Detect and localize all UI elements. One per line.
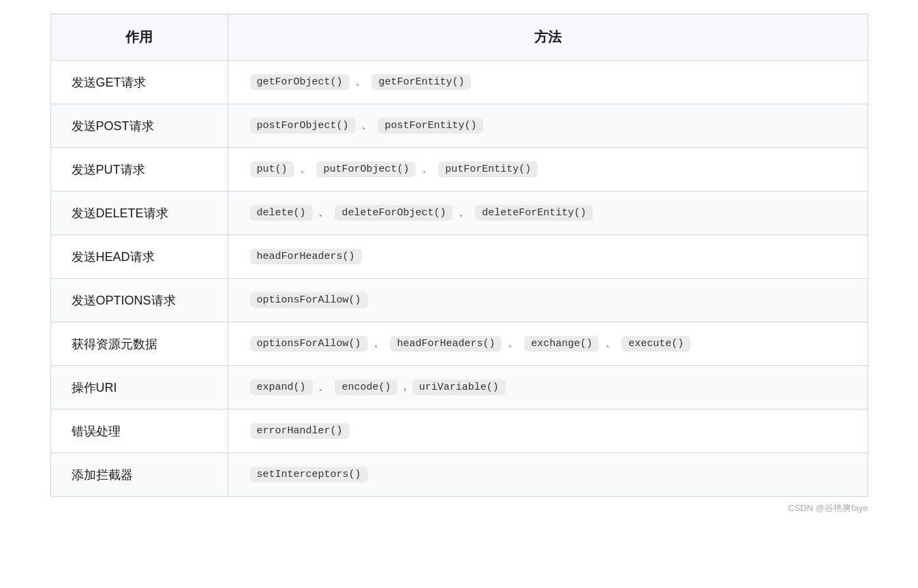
table-row: 操作URIexpand() 、 encode() , uriVariable() bbox=[50, 366, 868, 409]
method-tag: putForObject() bbox=[316, 161, 416, 177]
method-cell: put() 、 putForObject() 、 putForEntity() bbox=[228, 148, 868, 191]
method-cell: delete() 、 deleteForObject() 、 deleteFor… bbox=[228, 191, 868, 235]
method-tag: optionsForAllow() bbox=[250, 292, 368, 308]
main-table: 作用 方法 发送GET请求getForObject() 、 getForEnti… bbox=[50, 14, 868, 497]
method-tag: setInterceptors() bbox=[250, 467, 368, 482]
separator: 、 bbox=[352, 75, 369, 87]
page-wrapper: 作用 方法 发送GET请求getForObject() 、 getForEnti… bbox=[50, 14, 868, 514]
method-tag: postForObject() bbox=[250, 118, 356, 134]
method-cell: headForHeaders() bbox=[228, 235, 868, 279]
action-cell: 操作URI bbox=[50, 366, 228, 409]
method-tag: errorHandler() bbox=[250, 423, 350, 439]
separator: 、 bbox=[316, 206, 333, 217]
table-row: 发送OPTIONS请求optionsForAllow() bbox=[50, 279, 868, 322]
method-tag: exchange() bbox=[524, 336, 599, 352]
method-cell: expand() 、 encode() , uriVariable() bbox=[228, 366, 868, 409]
table-row: 发送PUT请求put() 、 putForObject() 、 putForEn… bbox=[50, 148, 868, 191]
separator: 、 bbox=[358, 119, 376, 130]
table-row: 添加拦截器setInterceptors() bbox=[50, 453, 868, 497]
method-tag: headForHeaders() bbox=[250, 249, 362, 264]
method-tag: execute() bbox=[622, 336, 690, 352]
separator: , bbox=[400, 380, 409, 392]
method-tag: put() bbox=[250, 161, 294, 177]
table-header-row: 作用 方法 bbox=[50, 14, 868, 61]
action-cell: 发送PUT请求 bbox=[50, 148, 228, 191]
method-cell: getForObject() 、 getForEntity() bbox=[228, 61, 868, 104]
action-cell: 发送GET请求 bbox=[50, 61, 228, 104]
method-cell: errorHandler() bbox=[228, 409, 868, 453]
action-cell: 发送DELETE请求 bbox=[50, 191, 228, 235]
separator: 、 bbox=[316, 380, 333, 392]
method-cell: setInterceptors() bbox=[228, 453, 868, 497]
table-row: 发送DELETE请求delete() 、 deleteForObject() 、… bbox=[50, 191, 868, 235]
action-cell: 发送OPTIONS请求 bbox=[50, 279, 228, 322]
method-tag: headForHeaders() bbox=[390, 336, 502, 352]
action-cell: 发送HEAD请求 bbox=[50, 235, 228, 279]
method-cell: optionsForAllow() 、 headForHeaders() 、 e… bbox=[228, 322, 868, 366]
method-tag: delete() bbox=[250, 205, 313, 221]
header-method: 方法 bbox=[228, 14, 868, 61]
method-cell: optionsForAllow() bbox=[228, 279, 868, 322]
method-tag: postForEntity() bbox=[378, 118, 483, 134]
method-tag: putForEntity() bbox=[438, 161, 538, 177]
table-row: 错误处理errorHandler() bbox=[50, 409, 868, 453]
method-tag: deleteForObject() bbox=[335, 205, 453, 221]
header-action: 作用 bbox=[50, 14, 228, 61]
method-cell: postForObject() 、 postForEntity() bbox=[228, 104, 868, 148]
table-row: 发送GET请求getForObject() 、 getForEntity() bbox=[50, 61, 868, 104]
method-tag: getForEntity() bbox=[371, 74, 471, 90]
method-tag: optionsForAllow() bbox=[250, 336, 368, 352]
separator: 、 bbox=[504, 337, 521, 348]
table-row: 发送HEAD请求headForHeaders() bbox=[50, 235, 868, 279]
method-tag: expand() bbox=[250, 380, 313, 395]
separator: 、 bbox=[371, 337, 388, 348]
action-cell: 发送POST请求 bbox=[50, 104, 228, 148]
method-tag: encode() bbox=[335, 380, 397, 395]
table-row: 发送POST请求postForObject() 、 postForEntity(… bbox=[50, 104, 868, 148]
separator: 、 bbox=[455, 206, 472, 217]
action-cell: 获得资源元数据 bbox=[50, 322, 228, 366]
action-cell: 错误处理 bbox=[50, 409, 228, 453]
method-tag: deleteForEntity() bbox=[475, 205, 593, 221]
watermark: CSDN @谷艳爽faye bbox=[50, 502, 868, 514]
method-tag: getForObject() bbox=[250, 74, 350, 90]
action-cell: 添加拦截器 bbox=[50, 453, 228, 497]
separator: 、 bbox=[418, 162, 435, 174]
separator: 、 bbox=[297, 162, 314, 174]
table-row: 获得资源元数据optionsForAllow() 、 headForHeader… bbox=[50, 322, 868, 366]
method-tag: uriVariable() bbox=[412, 380, 506, 395]
separator: 、 bbox=[602, 337, 619, 348]
